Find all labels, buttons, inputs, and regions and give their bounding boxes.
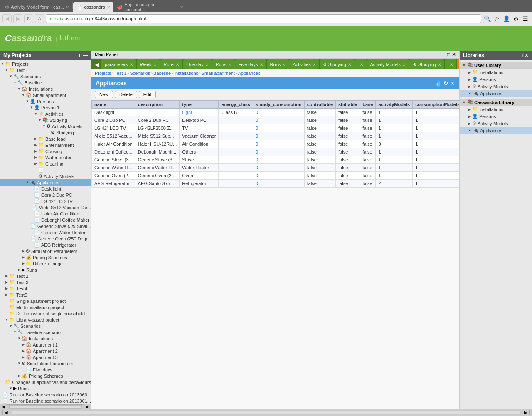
- tree-item-haier[interactable]: 📄 Haier Air Condition: [0, 210, 91, 217]
- tree-item-act_models[interactable]: ▼ ⚙ Activity Models: [0, 123, 91, 129]
- tree-item-person1[interactable]: ▼ 👤 Person 1: [0, 104, 91, 111]
- tree-item-baseline[interactable]: ▼ 🔧 Baseline: [0, 79, 91, 86]
- tree-item-test3[interactable]: ▶ 📁 Test 3: [0, 279, 91, 285]
- library-item-actmodels_cl[interactable]: ▶⚙Activity Models: [460, 120, 532, 127]
- tree-expand-icon[interactable]: ▼: [33, 112, 38, 116]
- new-button[interactable]: New: [95, 91, 113, 98]
- hscroll-right-btn[interactable]: ▶: [522, 410, 530, 415]
- tree-item-scenarios_lb[interactable]: ▼ 🔧 Scenarios: [0, 323, 91, 329]
- home-button[interactable]: ⌂: [35, 14, 44, 23]
- tab-close-btn[interactable]: ✕: [450, 62, 453, 67]
- libraries-minimize-btn[interactable]: □: [520, 52, 523, 58]
- tree-expand-icon[interactable]: ▼: [21, 93, 26, 97]
- tree-expand-icon[interactable]: ▼: [8, 74, 13, 78]
- tree-expand-icon[interactable]: ▼: [12, 81, 17, 84]
- library-section-header-user_library[interactable]: ▼📚User Library: [460, 62, 532, 69]
- tree-item-changes_lb[interactable]: 📁 Changes in appliances and behaviours: [0, 379, 91, 385]
- edit-button[interactable]: Edit: [139, 91, 156, 98]
- tree-expand-icon[interactable]: ▶: [17, 268, 22, 272]
- tree-expand-icon[interactable]: ▶: [33, 137, 38, 141]
- hscroll-left-btn[interactable]: ◀: [2, 410, 10, 415]
- breadcrumb-item-1[interactable]: Test 1: [114, 71, 126, 76]
- tree-item-gen_oven[interactable]: 📄 Generic Oven (250 Degr...: [0, 235, 91, 242]
- tree-item-scenarios[interactable]: ▼ 🔧 Scenarios: [0, 73, 91, 79]
- sidebar-scroll-left[interactable]: ◀: [0, 404, 7, 409]
- tree-item-activities[interactable]: ▼ ⚡ Activities: [0, 111, 91, 117]
- app-tab-fivedays_tab[interactable]: Five days✕: [235, 59, 266, 69]
- tab-close-btn[interactable]: ✕: [176, 62, 179, 67]
- content-close-btn[interactable]: ✕: [450, 80, 455, 87]
- tree-item-studying2[interactable]: ⚙ Studying: [0, 129, 91, 136]
- table-row[interactable]: Generic Water H...Generic Water H...Wate…: [92, 164, 460, 172]
- profile-icon[interactable]: 👤: [502, 15, 510, 23]
- browser-tab-tab1[interactable]: ⚙Activity Model form · cas...✕: [2, 2, 72, 12]
- tree-item-small_apt[interactable]: ▼ 🏠 Small apartment: [0, 92, 91, 98]
- tree-item-studying[interactable]: ▼ 📚 Studying: [0, 117, 91, 123]
- tab-close-btn[interactable]: ✕: [205, 62, 209, 67]
- tree-item-miele[interactable]: 📄 Miele S512 Vacuum Cle...: [0, 204, 91, 210]
- tree-expand-icon[interactable]: ▼: [17, 87, 22, 91]
- tree-item-apt3[interactable]: ▶ 🏠 Apartment 3: [0, 354, 91, 360]
- app-tab-oneday_tab[interactable]: One day✕: [183, 59, 212, 69]
- panel-minimize-btn[interactable]: □: [447, 52, 450, 57]
- app-tab-blank2_tab[interactable]: ✕: [445, 59, 456, 69]
- tab-close-btn[interactable]: ✕: [438, 62, 441, 67]
- table-row[interactable]: Core 2 Duo PCCore 2 Duo PCDesktop PC0fal…: [92, 116, 460, 124]
- breadcrumb-item-0[interactable]: Projects: [95, 71, 111, 76]
- tree-item-baseload[interactable]: ▶ 📁 Base load: [0, 136, 91, 142]
- horizontal-scrollbar[interactable]: [12, 411, 520, 414]
- tab-close-btn[interactable]: ✕: [228, 62, 232, 67]
- library-item-appliances_ul[interactable]: ▼🔌Appliances: [460, 90, 532, 97]
- table-row[interactable]: DeLonghi Coffee...DeLonghi Magnif...Othe…: [92, 148, 460, 156]
- tree-item-fivedays_lb[interactable]: 📄 Five days: [0, 366, 91, 373]
- tree-item-lg42lcd[interactable]: 📄 LG 42" LCD TV: [0, 198, 91, 204]
- sidebar-scroll-right[interactable]: ▶: [84, 404, 91, 409]
- table-row[interactable]: LG 42" LCD TVLG 42LF2500 Z...TV0falsefal…: [92, 124, 460, 132]
- tree-expand-icon[interactable]: ▶: [4, 280, 9, 284]
- tree-expand-icon[interactable]: ▶: [33, 156, 38, 159]
- tree-item-apt1[interactable]: ▶ 🏠 Apartment 1: [0, 342, 91, 348]
- tree-expand-icon[interactable]: ▶: [4, 293, 9, 297]
- tree-item-water_heater[interactable]: ▶ 📁 Water heater: [0, 154, 91, 161]
- tree-expand-icon[interactable]: ▼: [29, 106, 34, 109]
- tree-item-runs_lb[interactable]: ▼ ▶ Runs: [0, 385, 91, 391]
- tree-item-persons[interactable]: ▼ 👤 Persons: [0, 98, 91, 104]
- tab-close-btn[interactable]: ✕: [282, 62, 286, 67]
- tab-close-btn[interactable]: ✕: [153, 62, 157, 67]
- app-tab-activities_tab[interactable]: Activities✕: [289, 59, 319, 69]
- tree-item-sim_lb[interactable]: ▼ ⚙ Simulation Parameters: [0, 360, 91, 366]
- tab-close-btn[interactable]: ✕: [313, 62, 316, 67]
- tab-close-btn[interactable]: ✕: [360, 62, 363, 67]
- tree-item-runs1[interactable]: ▶ ▶ Runs: [0, 267, 91, 273]
- table-row[interactable]: Generic Oven (2...Generic Oven (2...Oven…: [92, 172, 460, 180]
- app-tab-studying_tab[interactable]: ⚙Studying✕: [320, 59, 355, 69]
- tree-item-cleaning[interactable]: ▶ 📁 Cleaning: [0, 161, 91, 167]
- tree-expand-icon[interactable]: ▼: [0, 62, 5, 66]
- tree-expand-icon[interactable]: ▶: [33, 162, 38, 166]
- tree-item-entertainment[interactable]: ▶ 📁 Entertainment: [0, 142, 91, 148]
- tree-expand-icon[interactable]: ▶: [21, 349, 26, 353]
- table-row[interactable]: AEG RefrigeratorAEG Santo S75...Refriger…: [92, 180, 460, 188]
- tree-expand-icon[interactable]: ▶: [21, 343, 26, 347]
- library-item-persons_ul[interactable]: ▶👤Persons: [460, 76, 532, 83]
- app-tab-runs1_tab[interactable]: Runs✕: [160, 59, 183, 69]
- tree-item-sim_params[interactable]: ▶ ⚙ Simulation Parameters: [0, 248, 91, 254]
- tree-item-test4[interactable]: ▶ 📁 Test4: [0, 285, 91, 292]
- tab-close-icon[interactable]: ✕: [180, 5, 183, 10]
- breadcrumb-item-2[interactable]: Scenarios: [130, 71, 150, 76]
- tree-item-pricing_lb[interactable]: ▶ 💰 Pricing Schemes: [0, 373, 91, 379]
- tree-expand-icon[interactable]: ▼: [25, 181, 30, 184]
- tree-expand-icon[interactable]: ▶: [17, 374, 22, 378]
- tree-expand-icon[interactable]: ▶: [4, 287, 9, 290]
- tree-item-test5[interactable]: ▶ 📁 Test5: [0, 292, 91, 298]
- app-tab-week_tab[interactable]: Week✕: [137, 59, 160, 69]
- app-tab-actmodels_tab[interactable]: Activity Models✕: [367, 59, 409, 69]
- table-row[interactable]: Haier Air ConditionHaier HSU-12RU...Air …: [92, 140, 460, 148]
- tree-item-aeg_fridge[interactable]: 📄 AEG Refrigerator: [0, 242, 91, 248]
- sidebar-collapse-btn[interactable]: —: [83, 52, 88, 58]
- tree-item-dr_behavior[interactable]: 📁 DR behaviour of single household: [0, 310, 91, 317]
- panel-close-btn[interactable]: ✕: [452, 52, 456, 57]
- extensions-icon[interactable]: ⚙: [512, 15, 520, 23]
- tree-expand-icon[interactable]: ▼: [4, 68, 9, 72]
- tree-expand-icon[interactable]: ▼: [42, 124, 47, 128]
